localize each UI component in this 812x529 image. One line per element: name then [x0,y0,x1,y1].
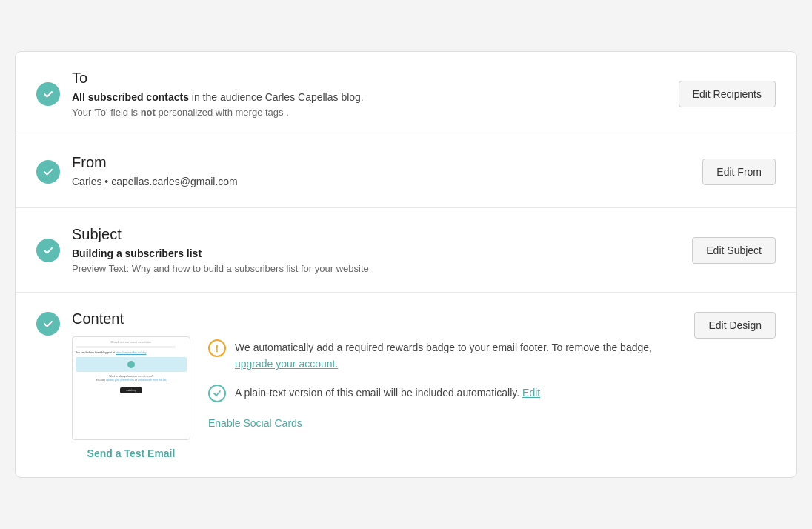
from-detail: Carles • capellas.carles@gmail.com [72,174,690,190]
plain-text-message: A plain-text version of this email will … [208,385,682,402]
edit-recipients-button[interactable]: Edit Recipients [679,81,776,107]
subject-preview: Preview Text: Why and how to build a sub… [72,263,680,274]
subject-section: Subject Building a subscribers list Prev… [16,208,796,293]
content-messages: ! We automatically add a required reward… [208,336,682,459]
edit-subject-button[interactable]: Edit Subject [692,237,776,264]
subject-check-icon [36,239,60,262]
content-main: Content Check out our latest newsletter … [72,310,682,459]
plain-text-before: A plain-text version of this email will … [235,387,522,399]
to-note-bold: not [141,107,156,118]
content-section: Content Check out our latest newsletter … [16,293,796,477]
subject-title: Subject [72,226,680,243]
to-detail-rest: in the audience Carles Capellas blog. [189,91,364,103]
send-test-email-link[interactable]: Send a Test Email [87,448,176,459]
plain-text-check-icon [208,385,226,402]
content-check-icon [36,312,60,336]
warning-icon: ! [208,339,226,357]
edit-design-button[interactable]: Edit Design [694,312,776,339]
to-note-before: Your 'To' field is [72,107,141,118]
to-note: Your 'To' field is not personalized with… [72,107,667,118]
to-check-icon [36,82,60,106]
plain-text-text: A plain-text version of this email will … [235,385,540,401]
to-title: To [72,70,667,87]
warning-text-before: We automatically add a required rewards … [235,342,652,353]
from-check-icon [36,160,60,184]
campaign-setup-card: To All subscribed contacts in the audien… [15,51,797,478]
from-content: From Carles • capellas.carles@gmail.com [72,154,690,190]
edit-from-button[interactable]: Edit From [702,159,776,185]
enable-social-cards-link[interactable]: Enable Social Cards [208,417,682,429]
subject-content: Subject Building a subscribers list Prev… [72,226,680,274]
warning-text: We automatically add a required rewards … [235,339,682,373]
to-section: To All subscribed contacts in the audien… [16,52,796,136]
upgrade-account-link[interactable]: upgrade your account. [235,358,338,370]
from-title: From [72,154,690,171]
from-section: From Carles • capellas.carles@gmail.com … [16,136,796,208]
subject-text: Building a subscribers list [72,247,202,259]
subject-detail: Building a subscribers list [72,246,680,262]
email-preview: Check out our latest newsletter You can … [72,336,190,459]
email-thumbnail: Check out our latest newsletter You can … [72,336,190,440]
content-title: Content [72,310,682,327]
to-content: To All subscribed contacts in the audien… [72,70,667,118]
to-note-after: personalized with merge tags . [156,107,289,118]
warning-message: ! We automatically add a required reward… [208,339,682,373]
to-detail: All subscribed contacts in the audience … [72,90,667,105]
content-inner: Check out our latest newsletter You can … [72,336,682,459]
to-detail-bold: All subscribed contacts [72,91,189,103]
plain-text-edit-link[interactable]: Edit [522,387,540,399]
